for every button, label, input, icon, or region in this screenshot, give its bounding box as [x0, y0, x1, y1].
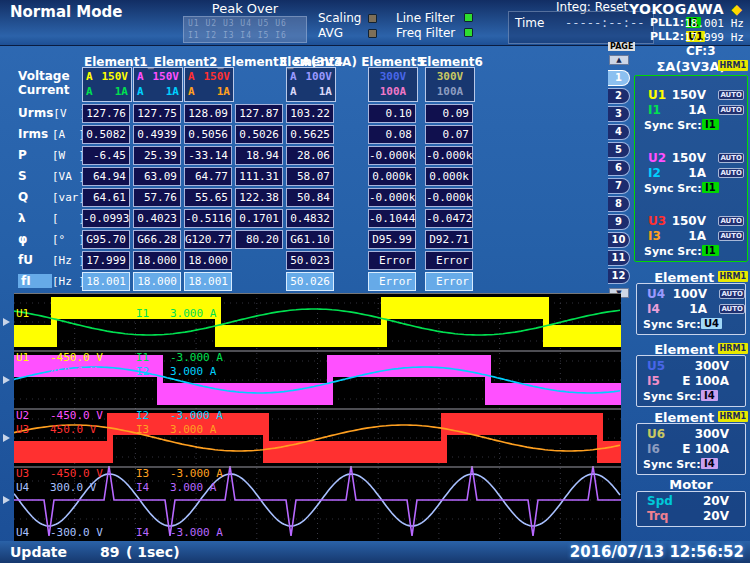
- u-mode: A: [86, 70, 93, 85]
- table-row-phi: φ[° ] G95.70 G66.28 G120.77 80.20 G61.10…: [14, 230, 621, 249]
- harmonics-badge: HRM1: [718, 60, 748, 71]
- page-up-button[interactable]: ▲: [609, 55, 629, 65]
- range-value: 1A: [644, 166, 706, 180]
- u-mode: A: [290, 70, 297, 85]
- sync-src-badge: I4: [701, 458, 718, 469]
- page-tab-1[interactable]: 1: [608, 70, 630, 86]
- page-tab-7[interactable]: 7: [608, 178, 630, 194]
- pll1-value: 18.001: [684, 17, 724, 30]
- sync-src-label: Sync Src:: [643, 318, 701, 331]
- range-value: E 100A: [667, 442, 729, 456]
- row-label: φ[° ]: [18, 232, 85, 246]
- pll1-label: PLL1:: [650, 16, 684, 29]
- page-tab-3[interactable]: 3: [608, 106, 630, 122]
- table-cell: 17.999: [82, 251, 130, 270]
- table-cell: 64.94: [82, 167, 130, 186]
- table-cell: 64.61: [82, 188, 130, 207]
- table-cell: -0.0472: [425, 209, 473, 228]
- table-cell: 0.5082: [82, 125, 130, 144]
- table-row-fu: fU[Hz ] 17.999 18.000 18.000 50.023 Erro…: [14, 251, 621, 270]
- table-cell: 28.06: [286, 146, 334, 165]
- table-cell: 127.87: [235, 104, 283, 123]
- row-label: λ[ ]: [18, 211, 85, 225]
- update-label: Update: [10, 544, 67, 560]
- motor-title: Motor: [634, 477, 748, 492]
- wave-scale-u3-bottom: U3-450.0 VI3-3.000 A: [14, 454, 621, 466]
- table-cell: 25.39: [133, 146, 181, 165]
- u-range: 300V: [380, 70, 407, 85]
- i-mode: A: [86, 85, 93, 100]
- page-tab-2[interactable]: 2: [608, 88, 630, 104]
- page-tab-9[interactable]: 9: [608, 214, 630, 230]
- table-cell: 18.000: [133, 272, 181, 291]
- row-label: fI[Hz ]: [18, 274, 85, 288]
- wave-scale-u4-bottom: U4-300.0 VI4-3.000 A: [14, 513, 621, 525]
- table-cell: -0.000k: [425, 188, 473, 207]
- sync-src-badge: U4: [701, 318, 722, 329]
- i-mode: A: [137, 85, 144, 100]
- wave-scale-u1-top: U1450.0 VI13.000 A: [14, 294, 621, 306]
- sync-src-label: Sync Src:: [644, 182, 702, 195]
- u-mode: A: [188, 70, 195, 85]
- sigma-element1-wiring: U1150VAUTO I11AAUTO Sync Src:I1: [638, 88, 744, 134]
- range-value: 300V: [667, 359, 729, 373]
- range-value: 1A: [644, 229, 706, 243]
- wave-scale-u2-top: U2450.0 VI23.000 A: [14, 352, 621, 364]
- table-cell: 122.38: [235, 188, 283, 207]
- auto-badge: AUTO: [718, 90, 744, 100]
- u-range: 150V: [153, 70, 180, 85]
- table-cell: 0.5026: [235, 125, 283, 144]
- page-tab-5[interactable]: 5: [608, 142, 630, 158]
- table-cell: -0.0993: [82, 209, 130, 228]
- table-cell: 0.5056: [184, 125, 232, 144]
- table-cell: -0.5116: [184, 209, 232, 228]
- channel-marker-icon: [3, 496, 10, 504]
- table-cell: 64.77: [184, 167, 232, 186]
- table-cell: -6.45: [82, 146, 130, 165]
- auto-badge: AUTO: [719, 289, 745, 299]
- wiring-element5: 300V 100A: [368, 67, 418, 102]
- range-value: 300V: [667, 427, 729, 441]
- timebase-row: 0.000s << 1602 (p-p) >> 100.000ms: [14, 526, 621, 538]
- yokogawa-logo: YOKOGAWA: [629, 1, 724, 17]
- wiring-element6: 300V 100A: [425, 67, 475, 102]
- harmonics-badge: HRM1: [718, 411, 748, 422]
- i-range: 1A: [166, 85, 179, 100]
- page-tab-12[interactable]: 12: [608, 268, 630, 284]
- range-value: 1A: [644, 103, 706, 117]
- sigma-group-title: ΣA(3V3A)HRM1: [634, 59, 748, 74]
- table-row-s: S[VA ] 64.94 63.09 64.77 111.31 58.07 0.…: [14, 167, 621, 186]
- table-cell: 0.08: [368, 125, 416, 144]
- yokogawa-diamond-icon: ◆: [731, 1, 742, 17]
- page-tab-8[interactable]: 8: [608, 196, 630, 212]
- u-range: 150V: [102, 70, 129, 85]
- i-mode: A: [290, 85, 297, 100]
- table-cell: G66.28: [133, 230, 181, 249]
- table-cell: 103.22: [286, 104, 334, 123]
- table-cell: 50.026: [286, 272, 334, 291]
- wave-scale-u2-bottom: U2-450.0 VI2-3.000 A: [14, 396, 621, 408]
- sync-src-label: Sync Src:: [644, 119, 702, 132]
- i-range: 1A: [115, 85, 128, 100]
- page-tab-4[interactable]: 4: [608, 124, 630, 140]
- page-tab-10[interactable]: 10: [608, 232, 630, 248]
- range-value: 150V: [644, 151, 706, 165]
- page-tab-6[interactable]: 6: [608, 160, 630, 176]
- table-cell: 0.4832: [286, 209, 334, 228]
- channel-label: I6: [647, 442, 660, 456]
- table-cell: G61.10: [286, 230, 334, 249]
- table-cell: 18.94: [235, 146, 283, 165]
- range-value: 20V: [667, 509, 729, 523]
- sync-src-label: Sync Src:: [643, 390, 701, 403]
- wave-scale-u3-top: U3450.0 VI33.000 A: [14, 410, 621, 422]
- channel-label: U6: [647, 427, 665, 441]
- range-value: 150V: [644, 214, 706, 228]
- auto-badge: AUTO: [718, 231, 744, 241]
- table-cell: 0.000k: [368, 167, 416, 186]
- row-label: Q[var]: [18, 190, 85, 204]
- u-range: 150V: [204, 70, 231, 85]
- page-tab-11[interactable]: 11: [608, 250, 630, 266]
- table-cell: D92.71: [425, 230, 473, 249]
- wave-scale-u4-top: U4300.0 VI43.000 A: [14, 468, 621, 480]
- u-range: 100V: [306, 70, 333, 85]
